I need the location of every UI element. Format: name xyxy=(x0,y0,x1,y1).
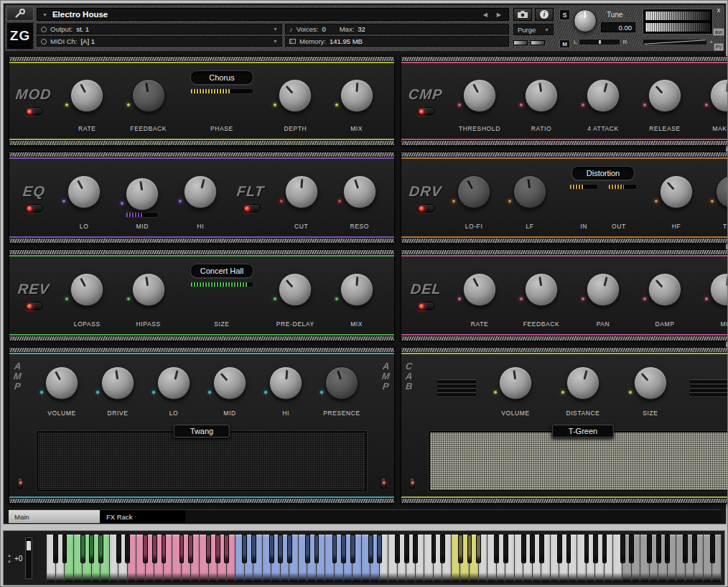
black-key[interactable] xyxy=(710,535,715,563)
black-key[interactable] xyxy=(350,535,355,563)
knob-feedback[interactable] xyxy=(525,273,558,306)
black-key[interactable] xyxy=(278,535,283,563)
knob-presence[interactable] xyxy=(325,366,358,399)
knob-pre-delay[interactable] xyxy=(279,273,312,306)
black-key[interactable] xyxy=(162,535,167,563)
knob-reso[interactable] xyxy=(343,175,376,208)
black-key[interactable] xyxy=(404,535,409,563)
black-key[interactable] xyxy=(215,535,220,563)
black-key[interactable] xyxy=(665,535,670,563)
black-key[interactable] xyxy=(269,535,274,563)
black-key[interactable] xyxy=(683,535,688,563)
knob-mix[interactable] xyxy=(340,273,373,306)
power-switch-mod[interactable] xyxy=(24,107,43,116)
black-key[interactable] xyxy=(593,535,598,563)
power-switch-del[interactable] xyxy=(416,302,435,310)
black-key[interactable] xyxy=(413,535,418,563)
black-key[interactable] xyxy=(53,535,58,563)
black-key[interactable] xyxy=(314,535,319,563)
black-key[interactable] xyxy=(125,535,130,563)
knob-lopass[interactable] xyxy=(70,273,103,306)
power-switch-drv[interactable] xyxy=(416,204,435,213)
knob-tone[interactable] xyxy=(716,175,728,208)
pan-groove[interactable] xyxy=(579,39,620,45)
black-key[interactable] xyxy=(431,535,437,563)
title-bar[interactable]: ▼ Electro House ◀ ▶ xyxy=(37,8,509,21)
power-switch-eq[interactable] xyxy=(24,204,43,213)
mute-button[interactable]: M xyxy=(559,40,570,48)
aux-button[interactable]: aux xyxy=(713,28,724,36)
black-key[interactable] xyxy=(602,535,607,563)
black-key[interactable] xyxy=(332,535,337,563)
knob-mix[interactable] xyxy=(710,273,728,306)
black-key[interactable] xyxy=(530,535,535,563)
knob-volume[interactable] xyxy=(499,366,532,399)
black-key[interactable] xyxy=(395,535,400,563)
black-key[interactable] xyxy=(368,535,373,563)
knob-mid[interactable] xyxy=(213,366,246,399)
black-key[interactable] xyxy=(458,535,463,563)
knob-4-attack[interactable] xyxy=(587,79,620,112)
black-key[interactable] xyxy=(566,535,571,563)
tab-main[interactable]: Main xyxy=(9,510,101,523)
knob-lo[interactable] xyxy=(67,175,101,208)
black-key[interactable] xyxy=(656,535,661,563)
output-select[interactable]: Output: st. 1 ▼ xyxy=(37,24,282,34)
tune-knob[interactable] xyxy=(574,9,597,32)
close-icon[interactable]: x xyxy=(717,6,721,14)
knob-size[interactable] xyxy=(634,366,667,399)
transpose-spinner[interactable]: ▲ ▼ xyxy=(7,553,11,564)
black-key[interactable] xyxy=(521,535,526,563)
knob-drive[interactable] xyxy=(101,366,134,399)
amp-model-badge-t-green[interactable]: T-Green xyxy=(552,425,614,438)
black-key[interactable] xyxy=(494,535,499,563)
knob-release[interactable] xyxy=(648,79,681,112)
pan-slider[interactable]: L R xyxy=(574,39,637,45)
black-key[interactable] xyxy=(305,535,310,563)
black-key[interactable] xyxy=(647,535,652,563)
pan-handle[interactable] xyxy=(599,40,601,44)
keyboard-scroll-thumb[interactable] xyxy=(27,541,31,550)
power-switch-flt[interactable] xyxy=(242,204,261,213)
knob-threshold[interactable] xyxy=(463,79,496,112)
display-distortion[interactable]: Distortion xyxy=(571,166,635,180)
knob-feedback[interactable] xyxy=(132,79,165,112)
knob-hipass[interactable] xyxy=(132,273,165,306)
knob-hf[interactable] xyxy=(660,175,693,208)
knob-makeup[interactable] xyxy=(710,79,728,112)
next-instrument-arrow[interactable]: ▶ xyxy=(495,11,503,18)
black-key[interactable] xyxy=(143,535,148,563)
black-key[interactable] xyxy=(692,535,697,563)
black-key[interactable] xyxy=(242,535,247,563)
black-key[interactable] xyxy=(98,535,103,563)
knob-distance[interactable] xyxy=(566,366,599,399)
black-key[interactable] xyxy=(476,535,481,563)
black-key[interactable] xyxy=(341,535,346,563)
knob-depth[interactable] xyxy=(279,79,312,112)
power-switch-rev[interactable] xyxy=(24,302,43,310)
solo-button[interactable]: S xyxy=(559,9,570,20)
black-key[interactable] xyxy=(179,535,185,563)
black-key[interactable] xyxy=(62,535,67,563)
purge-menu[interactable]: Purge ▼ xyxy=(513,24,554,35)
black-key[interactable] xyxy=(152,535,157,563)
knob-lo-fi[interactable] xyxy=(457,175,490,208)
amp-model-badge-twang[interactable]: Twang xyxy=(174,425,230,438)
knob-lf[interactable] xyxy=(513,175,546,208)
black-key[interactable] xyxy=(629,535,634,563)
black-key[interactable] xyxy=(287,535,292,563)
midi-dropdown-arrow[interactable]: ▼ xyxy=(273,39,278,44)
tab-fx-rack[interactable]: FX Rack xyxy=(101,510,185,523)
display-chorus[interactable]: Chorus xyxy=(190,70,253,85)
info-button[interactable]: i xyxy=(535,8,554,21)
transpose-up-icon[interactable]: ▲ xyxy=(7,553,11,558)
volume-groove[interactable] xyxy=(643,39,707,45)
black-key[interactable] xyxy=(206,535,211,563)
midi-channel-select[interactable]: MIDI Ch: [A] 1 ▼ xyxy=(37,36,282,47)
pv-button[interactable]: PV xyxy=(714,43,724,51)
transpose-down-icon[interactable]: ▼ xyxy=(7,560,11,564)
output-dropdown-arrow[interactable]: ▼ xyxy=(273,27,278,32)
title-dropdown-icon[interactable]: ▼ xyxy=(42,12,47,17)
black-key[interactable] xyxy=(539,535,544,563)
black-key[interactable] xyxy=(503,535,508,563)
